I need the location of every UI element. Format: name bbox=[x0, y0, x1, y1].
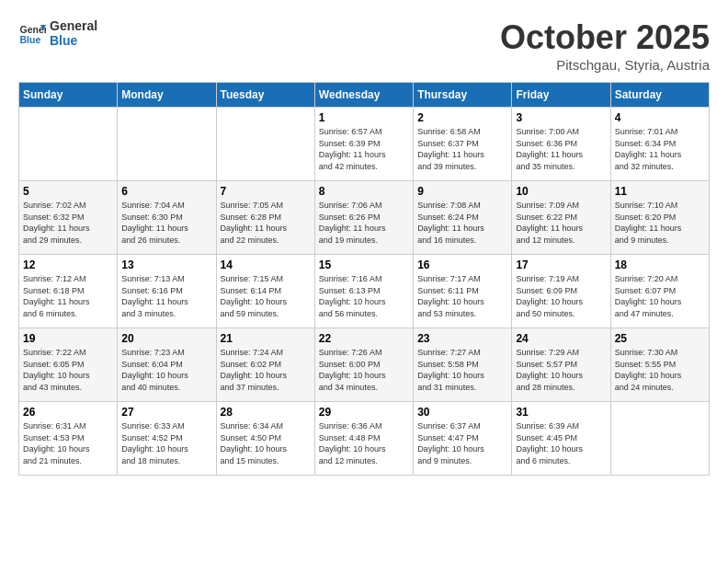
calendar-cell: 30Sunrise: 6:37 AM Sunset: 4:47 PM Dayli… bbox=[414, 402, 512, 476]
day-info: Sunrise: 7:26 AM Sunset: 6:00 PM Dayligh… bbox=[319, 347, 409, 393]
day-number: 15 bbox=[319, 259, 409, 271]
page-header: General Blue General Blue October 2025 P… bbox=[18, 18, 710, 73]
day-number: 1 bbox=[319, 111, 409, 124]
calendar-cell: 28Sunrise: 6:34 AM Sunset: 4:50 PM Dayli… bbox=[216, 402, 314, 476]
location-subtitle: Pitschgau, Styria, Austria bbox=[500, 57, 710, 73]
calendar-cell: 13Sunrise: 7:13 AM Sunset: 6:16 PM Dayli… bbox=[118, 255, 216, 328]
day-info: Sunrise: 7:19 AM Sunset: 6:09 PM Dayligh… bbox=[516, 273, 606, 319]
day-info: Sunrise: 7:16 AM Sunset: 6:13 PM Dayligh… bbox=[319, 273, 409, 319]
day-info: Sunrise: 7:00 AM Sunset: 6:36 PM Dayligh… bbox=[516, 126, 606, 172]
day-number: 5 bbox=[23, 185, 113, 198]
calendar-cell: 11Sunrise: 7:10 AM Sunset: 6:20 PM Dayli… bbox=[610, 181, 709, 255]
day-info: Sunrise: 6:58 AM Sunset: 6:37 PM Dayligh… bbox=[417, 126, 507, 172]
day-number: 20 bbox=[121, 332, 211, 345]
calendar-cell: 18Sunrise: 7:20 AM Sunset: 6:07 PM Dayli… bbox=[610, 255, 709, 328]
day-number: 11 bbox=[615, 185, 705, 198]
calendar-cell: 17Sunrise: 7:19 AM Sunset: 6:09 PM Dayli… bbox=[512, 255, 610, 328]
calendar-cell: 8Sunrise: 7:06 AM Sunset: 6:26 PM Daylig… bbox=[314, 181, 413, 255]
day-number: 4 bbox=[615, 111, 705, 124]
calendar-week-row: 1Sunrise: 6:57 AM Sunset: 6:39 PM Daylig… bbox=[19, 108, 710, 181]
weekday-header-row: SundayMondayTuesdayWednesdayThursdayFrid… bbox=[19, 83, 710, 108]
day-number: 29 bbox=[319, 406, 409, 419]
calendar-cell: 16Sunrise: 7:17 AM Sunset: 6:11 PM Dayli… bbox=[414, 255, 512, 328]
calendar-cell: 5Sunrise: 7:02 AM Sunset: 6:32 PM Daylig… bbox=[19, 181, 118, 255]
weekday-header: Monday bbox=[118, 83, 216, 108]
calendar-week-row: 12Sunrise: 7:12 AM Sunset: 6:18 PM Dayli… bbox=[19, 255, 710, 328]
logo-icon: General Blue bbox=[18, 19, 46, 47]
day-number: 3 bbox=[516, 111, 606, 124]
day-info: Sunrise: 7:29 AM Sunset: 5:57 PM Dayligh… bbox=[516, 347, 606, 393]
day-number: 27 bbox=[121, 406, 211, 419]
logo-line1: General bbox=[50, 18, 97, 33]
day-info: Sunrise: 7:02 AM Sunset: 6:32 PM Dayligh… bbox=[23, 200, 113, 246]
day-number: 17 bbox=[516, 259, 606, 271]
calendar-cell: 3Sunrise: 7:00 AM Sunset: 6:36 PM Daylig… bbox=[512, 108, 610, 181]
calendar-week-row: 19Sunrise: 7:22 AM Sunset: 6:05 PM Dayli… bbox=[19, 328, 710, 402]
calendar-cell: 7Sunrise: 7:05 AM Sunset: 6:28 PM Daylig… bbox=[216, 181, 314, 255]
weekday-header: Saturday bbox=[610, 83, 709, 108]
day-number: 22 bbox=[319, 332, 409, 345]
calendar-cell: 27Sunrise: 6:33 AM Sunset: 4:52 PM Dayli… bbox=[118, 402, 216, 476]
calendar-cell: 14Sunrise: 7:15 AM Sunset: 6:14 PM Dayli… bbox=[216, 255, 314, 328]
day-info: Sunrise: 7:05 AM Sunset: 6:28 PM Dayligh… bbox=[221, 200, 311, 246]
day-info: Sunrise: 7:27 AM Sunset: 5:58 PM Dayligh… bbox=[417, 347, 507, 393]
day-number: 28 bbox=[221, 406, 311, 419]
calendar-cell: 26Sunrise: 6:31 AM Sunset: 4:53 PM Dayli… bbox=[19, 402, 118, 476]
day-info: Sunrise: 7:10 AM Sunset: 6:20 PM Dayligh… bbox=[615, 200, 705, 246]
day-number: 13 bbox=[121, 259, 211, 271]
day-number: 21 bbox=[221, 332, 311, 345]
calendar-cell: 2Sunrise: 6:58 AM Sunset: 6:37 PM Daylig… bbox=[414, 108, 512, 181]
calendar-cell bbox=[610, 402, 709, 476]
logo: General Blue General Blue bbox=[18, 18, 97, 48]
calendar-cell: 29Sunrise: 6:36 AM Sunset: 4:48 PM Dayli… bbox=[314, 402, 413, 476]
day-number: 6 bbox=[121, 185, 211, 198]
day-number: 7 bbox=[221, 185, 311, 198]
calendar-week-row: 26Sunrise: 6:31 AM Sunset: 4:53 PM Dayli… bbox=[19, 402, 710, 476]
day-info: Sunrise: 6:39 AM Sunset: 4:45 PM Dayligh… bbox=[516, 420, 606, 466]
calendar-cell: 21Sunrise: 7:24 AM Sunset: 6:02 PM Dayli… bbox=[216, 328, 314, 402]
calendar-cell: 12Sunrise: 7:12 AM Sunset: 6:18 PM Dayli… bbox=[19, 255, 118, 328]
calendar-cell bbox=[216, 108, 314, 181]
month-title: October 2025 bbox=[500, 18, 710, 57]
calendar-cell: 15Sunrise: 7:16 AM Sunset: 6:13 PM Dayli… bbox=[314, 255, 413, 328]
calendar-cell: 23Sunrise: 7:27 AM Sunset: 5:58 PM Dayli… bbox=[414, 328, 512, 402]
day-number: 24 bbox=[516, 332, 606, 345]
weekday-header: Wednesday bbox=[314, 83, 413, 108]
calendar-cell: 9Sunrise: 7:08 AM Sunset: 6:24 PM Daylig… bbox=[414, 181, 512, 255]
day-number: 19 bbox=[23, 332, 113, 345]
day-info: Sunrise: 7:22 AM Sunset: 6:05 PM Dayligh… bbox=[23, 347, 113, 393]
calendar-cell: 20Sunrise: 7:23 AM Sunset: 6:04 PM Dayli… bbox=[118, 328, 216, 402]
day-info: Sunrise: 7:30 AM Sunset: 5:55 PM Dayligh… bbox=[615, 347, 705, 393]
calendar-cell: 19Sunrise: 7:22 AM Sunset: 6:05 PM Dayli… bbox=[19, 328, 118, 402]
svg-text:Blue: Blue bbox=[20, 34, 41, 45]
day-info: Sunrise: 7:15 AM Sunset: 6:14 PM Dayligh… bbox=[221, 273, 311, 319]
logo-line2: Blue bbox=[50, 33, 97, 48]
weekday-header: Sunday bbox=[19, 83, 118, 108]
calendar-cell: 24Sunrise: 7:29 AM Sunset: 5:57 PM Dayli… bbox=[512, 328, 610, 402]
day-info: Sunrise: 7:06 AM Sunset: 6:26 PM Dayligh… bbox=[319, 200, 409, 246]
calendar-cell: 10Sunrise: 7:09 AM Sunset: 6:22 PM Dayli… bbox=[512, 181, 610, 255]
day-number: 30 bbox=[417, 406, 507, 419]
day-number: 26 bbox=[23, 406, 113, 419]
calendar-table: SundayMondayTuesdayWednesdayThursdayFrid… bbox=[18, 82, 710, 476]
calendar-cell: 4Sunrise: 7:01 AM Sunset: 6:34 PM Daylig… bbox=[610, 108, 709, 181]
day-info: Sunrise: 7:13 AM Sunset: 6:16 PM Dayligh… bbox=[121, 273, 211, 319]
day-number: 8 bbox=[319, 185, 409, 198]
weekday-header: Friday bbox=[512, 83, 610, 108]
day-info: Sunrise: 7:12 AM Sunset: 6:18 PM Dayligh… bbox=[23, 273, 113, 319]
day-info: Sunrise: 7:04 AM Sunset: 6:30 PM Dayligh… bbox=[121, 200, 211, 246]
day-info: Sunrise: 6:57 AM Sunset: 6:39 PM Dayligh… bbox=[319, 126, 409, 172]
calendar-cell: 1Sunrise: 6:57 AM Sunset: 6:39 PM Daylig… bbox=[314, 108, 413, 181]
day-info: Sunrise: 6:37 AM Sunset: 4:47 PM Dayligh… bbox=[417, 420, 507, 466]
day-number: 18 bbox=[615, 259, 705, 271]
day-number: 31 bbox=[516, 406, 606, 419]
day-number: 12 bbox=[23, 259, 113, 271]
day-info: Sunrise: 7:20 AM Sunset: 6:07 PM Dayligh… bbox=[615, 273, 705, 319]
day-info: Sunrise: 6:33 AM Sunset: 4:52 PM Dayligh… bbox=[121, 420, 211, 466]
day-number: 16 bbox=[417, 259, 507, 271]
day-info: Sunrise: 7:09 AM Sunset: 6:22 PM Dayligh… bbox=[516, 200, 606, 246]
day-number: 9 bbox=[417, 185, 507, 198]
day-number: 14 bbox=[221, 259, 311, 271]
calendar-cell: 6Sunrise: 7:04 AM Sunset: 6:30 PM Daylig… bbox=[118, 181, 216, 255]
day-info: Sunrise: 7:01 AM Sunset: 6:34 PM Dayligh… bbox=[615, 126, 705, 172]
